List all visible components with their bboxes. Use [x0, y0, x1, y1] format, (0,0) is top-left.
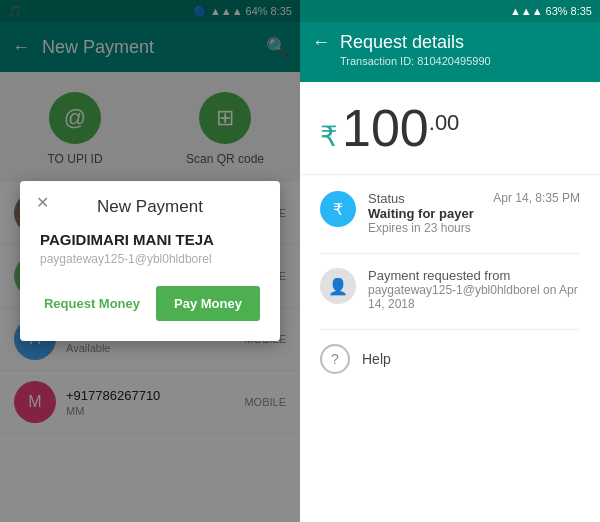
status-row: ₹ Status Apr 14, 8:35 PM Waiting for pay…: [320, 191, 580, 235]
battery-label-right: 63%: [546, 5, 568, 17]
status-sub: Expires in 23 hours: [368, 221, 580, 235]
time-label-right: 8:35: [571, 5, 592, 17]
transaction-id: Transaction ID: 810420495990: [340, 55, 588, 67]
new-payment-modal: ✕ New Payment PAGIDIMARI MANI TEJA payga…: [20, 181, 280, 341]
amount-decimal: .00: [429, 110, 460, 136]
amount-main: 100: [342, 102, 429, 154]
rupee-icon: ₹: [320, 191, 356, 227]
request-money-button[interactable]: Request Money: [40, 286, 144, 321]
rupee-symbol: ₹: [320, 120, 338, 153]
payment-from-value: paygateway125-1@ybl0hldborel on Apr 14, …: [368, 283, 580, 311]
right-panel: ▲▲▲ 63% 8:35 ← Request details Transacti…: [300, 0, 600, 522]
left-panel: 🎵 🔵 ▲▲▲ 64% 8:35 ← New Payment 🔍 @ TO UP…: [0, 0, 300, 522]
payment-requested-row: 👤 Payment requested from paygateway125-1…: [320, 268, 580, 311]
right-status-bar: ▲▲▲ 63% 8:35: [300, 0, 600, 22]
divider: [320, 253, 580, 254]
modal-person-id: paygateway125-1@ybl0hldborel: [40, 252, 260, 266]
modal-buttons: Request Money Pay Money: [40, 286, 260, 321]
modal-title: New Payment: [40, 197, 260, 217]
right-page-title: Request details: [340, 32, 588, 53]
amount-section: ₹ 100 .00: [300, 82, 600, 175]
person-icon: 👤: [320, 268, 356, 304]
right-back-button[interactable]: ←: [312, 32, 330, 53]
signal-icon-right: ▲▲▲: [510, 5, 543, 17]
status-label: Status: [368, 191, 405, 206]
divider-2: [320, 329, 580, 330]
modal-close-button[interactable]: ✕: [36, 193, 49, 212]
payment-from-label: Payment requested from: [368, 268, 580, 283]
modal-person-name: PAGIDIMARI MANI TEJA: [40, 231, 260, 248]
pay-money-button[interactable]: Pay Money: [156, 286, 260, 321]
right-top-bar: ← Request details Transaction ID: 810420…: [300, 22, 600, 82]
help-icon: ?: [320, 344, 350, 374]
status-value: Waiting for payer: [368, 206, 580, 221]
details-section: ₹ Status Apr 14, 8:35 PM Waiting for pay…: [300, 175, 600, 522]
modal-overlay: ✕ New Payment PAGIDIMARI MANI TEJA payga…: [0, 0, 300, 522]
status-date: Apr 14, 8:35 PM: [493, 191, 580, 205]
help-row[interactable]: ? Help: [320, 344, 580, 374]
help-label: Help: [362, 351, 391, 367]
